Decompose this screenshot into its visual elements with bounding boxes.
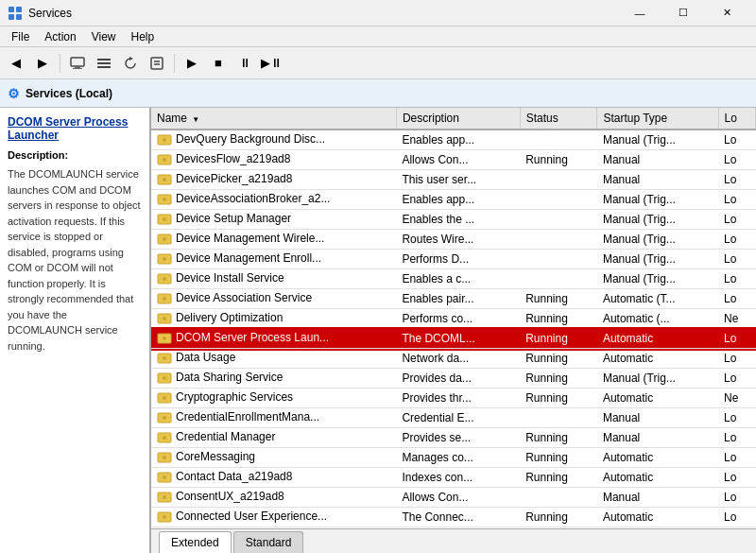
svg-point-15 <box>163 138 166 142</box>
table-row[interactable]: Data Usage Network da... Running Automat… <box>151 349 756 369</box>
service-icon <box>157 311 176 324</box>
cell-description: This user ser... <box>396 170 520 190</box>
table-row[interactable]: Credential Manager Provides se... Runnin… <box>151 428 756 448</box>
cell-name: ConsentUX_a219ad8 <box>151 488 396 508</box>
restart-button[interactable]: ▶⏸ <box>259 51 284 76</box>
table-row[interactable]: DCOM Server Process Laun... The DCOML...… <box>151 329 756 349</box>
svg-rect-11 <box>151 58 163 69</box>
cell-name: Credential Manager <box>151 428 396 448</box>
table-row[interactable]: CredentialEnrollmentMana... Credential E… <box>151 408 756 428</box>
computer-button[interactable] <box>65 51 90 76</box>
toolbar: ◀ ▶ ▶ ■ ⏸ ▶⏸ <box>0 47 756 79</box>
svg-rect-7 <box>97 59 111 60</box>
start-button[interactable]: ▶ <box>180 51 204 76</box>
cell-log-on: Lo <box>718 408 755 428</box>
cell-description: Enables the ... <box>396 210 520 230</box>
cell-startup-type: Manual (Trig... <box>597 230 718 250</box>
tab-extended[interactable]: Extended <box>159 531 232 553</box>
svg-point-25 <box>163 237 166 241</box>
table-row[interactable]: Contact Data_a219ad8 Indexes con... Runn… <box>151 468 756 488</box>
service-icon <box>157 291 176 304</box>
svg-point-31 <box>163 297 166 301</box>
table-row[interactable]: DevicesFlow_a219ad8 Allows Con... Runnin… <box>151 150 756 170</box>
svg-point-49 <box>163 475 166 479</box>
table-row[interactable]: Data Sharing Service Provides da... Runn… <box>151 369 756 389</box>
cell-name: DevicePicker_a219ad8 <box>151 170 396 190</box>
cell-startup-type: Manual (Trig... <box>597 190 718 210</box>
svg-point-17 <box>163 158 166 162</box>
svg-marker-10 <box>129 57 133 60</box>
cell-description: Enables app... <box>396 130 520 150</box>
service-icon <box>157 331 176 344</box>
cell-status <box>520 269 597 289</box>
menu-help[interactable]: Help <box>124 28 163 45</box>
cell-log-on: Lo <box>718 210 755 230</box>
service-description: The DCOMLAUNCH service launches COM and … <box>8 166 142 354</box>
tab-standard[interactable]: Standard <box>233 531 304 553</box>
svg-point-43 <box>163 416 166 420</box>
cell-log-on: Lo <box>718 289 755 309</box>
cell-startup-type: Automatic <box>597 349 718 369</box>
table-row[interactable]: DeviceAssociationBroker_a2... Enables ap… <box>151 190 756 210</box>
svg-point-33 <box>163 317 166 320</box>
menu-view[interactable]: View <box>84 28 124 45</box>
service-name-link[interactable]: DCOM Server Process Launcher <box>8 115 142 142</box>
cell-log-on: Lo <box>718 130 755 150</box>
table-row[interactable]: Device Install Service Enables a c... Ma… <box>151 269 756 289</box>
table-header-row: Name ▼ Description Status Startup Type L… <box>151 108 756 130</box>
maximize-button[interactable]: ☐ <box>662 0 705 26</box>
table-row[interactable]: Delivery Optimization Performs co... Run… <box>151 309 756 329</box>
cell-status: Running <box>520 289 597 309</box>
table-row[interactable]: Device Management Enroll... Performs D..… <box>151 250 756 269</box>
header-bar: ⚙ Services (Local) <box>0 79 756 108</box>
forward-button[interactable]: ▶ <box>30 51 55 76</box>
cell-log-on: Lo <box>718 488 755 508</box>
service-icon <box>157 271 176 285</box>
cell-log-on: Lo <box>718 448 755 468</box>
column-log-on[interactable]: Lo <box>718 108 755 130</box>
table-row[interactable]: DevicePicker_a219ad8 This user ser... Ma… <box>151 170 756 190</box>
cell-log-on: Lo <box>718 190 755 210</box>
service-icon <box>157 430 176 443</box>
menu-file[interactable]: File <box>4 28 37 45</box>
table-row[interactable]: ConsentUX_a219ad8 Allows Con... Manual L… <box>151 488 756 508</box>
table-row[interactable]: Cryptographic Services Provides thr... R… <box>151 389 756 408</box>
cell-description: The DCOML... <box>396 329 520 349</box>
cell-status: Running <box>520 468 597 488</box>
list-button[interactable] <box>92 51 116 76</box>
column-status[interactable]: Status <box>520 108 597 130</box>
pause-button[interactable]: ⏸ <box>232 51 257 76</box>
service-icon <box>157 251 176 265</box>
stop-button[interactable]: ■ <box>206 51 231 76</box>
cell-log-on: Ne <box>718 389 755 408</box>
column-description[interactable]: Description <box>396 108 520 130</box>
column-startup-type[interactable]: Startup Type <box>597 108 718 130</box>
table-row[interactable]: Device Association Service Enables pair.… <box>151 289 756 309</box>
cell-startup-type: Manual <box>597 488 718 508</box>
table-row[interactable]: DevQuery Background Disc... Enables app.… <box>151 130 756 150</box>
cell-status: Running <box>520 309 597 329</box>
refresh-button[interactable] <box>118 51 143 76</box>
cell-log-on: Lo <box>718 170 755 190</box>
menu-action[interactable]: Action <box>37 28 83 45</box>
cell-startup-type: Manual <box>597 170 718 190</box>
table-row[interactable]: Device Setup Manager Enables the ... Man… <box>151 210 756 230</box>
svg-rect-0 <box>9 7 14 12</box>
minimize-button[interactable]: — <box>618 0 662 26</box>
table-row[interactable]: CoreMessaging Manages co... Running Auto… <box>151 448 756 468</box>
cell-name: Contact Data_a219ad8 <box>151 468 396 488</box>
back-button[interactable]: ◀ <box>4 51 28 76</box>
export-button[interactable] <box>145 51 169 76</box>
table-row[interactable]: Connected User Experience... The Connec.… <box>151 508 756 527</box>
svg-point-23 <box>163 217 166 221</box>
cell-name: Delivery Optimization <box>151 309 396 329</box>
table-row[interactable]: Device Management Wirele... Routes Wire.… <box>151 230 756 250</box>
toolbar-separator-1 <box>60 54 60 73</box>
cell-log-on: Lo <box>718 468 755 488</box>
cell-description: Allows Con... <box>396 150 520 170</box>
service-icon <box>157 132 176 146</box>
close-button[interactable]: ✕ <box>705 0 748 26</box>
column-name[interactable]: Name ▼ <box>151 108 396 130</box>
svg-rect-3 <box>16 14 22 20</box>
service-icon <box>157 470 176 483</box>
